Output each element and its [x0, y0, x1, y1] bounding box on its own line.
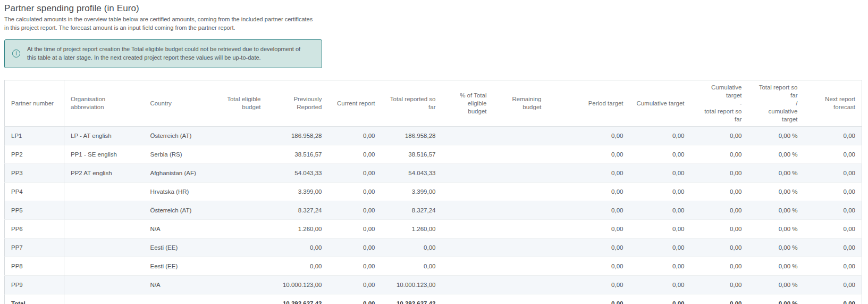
table-body: LP1LP - AT englishÖsterreich (AT)186.958… [5, 127, 862, 294]
cell-previously-reported: 0,00 [267, 257, 328, 276]
cell-partner-number: PP5 [5, 201, 64, 220]
cell-total-report-so-far-over-cumulative-target: 0,00 % [748, 145, 804, 164]
header-cell-period-target: Period target [548, 80, 630, 127]
cell-previously-reported: 3.399,00 [267, 183, 328, 201]
cell-total-reported-so-far: 38.516,57 [382, 145, 442, 164]
cell-period-target: 0,00 [548, 201, 630, 220]
cell-pct-of-total-eligible-budget [442, 183, 493, 201]
cell-country: N/A [144, 276, 210, 294]
cell-total-report-so-far-over-cumulative-target: 0,00 % [748, 183, 804, 201]
cell-organisation-abbreviation: PP1 - SE english [64, 145, 144, 164]
cell-cumulative-target-minus-total-report-so-far: 0,00 [691, 276, 748, 294]
cell-total-report-so-far-over-cumulative-target: 0,00 % [748, 164, 804, 183]
cell-partner-number: PP2 [5, 145, 64, 164]
cell-current-report: 0,00 [328, 257, 382, 276]
table-footer: Total10.292.627,420,0010.292.627,420,000… [5, 294, 862, 304]
header-cell-country: Country [144, 80, 210, 127]
cell-total-eligible-budget [210, 164, 267, 183]
cell-pct-of-total-eligible-budget [442, 145, 493, 164]
cell-next-report-forecast: 0,00 [804, 239, 862, 257]
table-row: PP2PP1 - SE englishSerbia (RS)38.516,570… [5, 145, 862, 164]
cell-cumulative-target-minus-total-report-so-far: 0,00 [691, 257, 748, 276]
cell-previously-reported: 10.000.123,00 [267, 276, 328, 294]
header-cell-cumulative-target-minus-total-report-so-far: Cumulative target - total report so far [691, 80, 748, 127]
cell-previously-reported: 38.516,57 [267, 145, 328, 164]
cell-partner-number: PP6 [5, 220, 64, 239]
partner-spending-table: Partner numberOrganisation abbreviationC… [4, 80, 862, 304]
cell-next-report-forecast: 0,00 [804, 220, 862, 239]
cell-previously-reported: 10.292.627,42 [267, 294, 328, 304]
cell-total-reported-so-far: 3.399,00 [382, 183, 442, 201]
cell-pct-of-total-eligible-budget [442, 239, 493, 257]
table-row: LP1LP - AT englishÖsterreich (AT)186.958… [5, 127, 862, 145]
header-cell-total-reported-so-far: Total reported so far [382, 80, 442, 127]
table-row: PP7Eesti (EE)0,000,000,000,000,000,000,0… [5, 239, 862, 257]
cell-remaining-budget [493, 127, 548, 145]
cell-cumulative-target-minus-total-report-so-far: 0,00 [691, 294, 748, 304]
cell-cumulative-target: 0,00 [630, 164, 691, 183]
cell-total-report-so-far-over-cumulative-target: 0,00 % [748, 257, 804, 276]
cell-cumulative-target-minus-total-report-so-far: 0,00 [691, 220, 748, 239]
cell-total-reported-so-far: 54.043,33 [382, 164, 442, 183]
cell-total-reported-so-far: 0,00 [382, 239, 442, 257]
cell-partner-number: PP7 [5, 239, 64, 257]
cell-remaining-budget [493, 183, 548, 201]
cell-organisation-abbreviation [64, 257, 144, 276]
cell-partner-number: PP8 [5, 257, 64, 276]
cell-cumulative-target: 0,00 [630, 145, 691, 164]
header-cell-total-report-so-far-over-cumulative-target: Total report so far / cumulative target [748, 80, 804, 127]
cell-next-report-forecast: 0,00 [804, 145, 862, 164]
cell-total-eligible-budget [210, 127, 267, 145]
cell-country: Eesti (EE) [144, 257, 210, 276]
cell-next-report-forecast: 0,00 [804, 294, 862, 304]
table-header-row: Partner numberOrganisation abbreviationC… [5, 80, 862, 127]
cell-period-target: 0,00 [548, 127, 630, 145]
header-cell-total-eligible-budget: Total eligible budget [210, 80, 267, 127]
cell-pct-of-total-eligible-budget [442, 127, 493, 145]
partner-spending-profile-page: Partner spending profile (in Euro) The c… [0, 0, 868, 304]
cell-cumulative-target: 0,00 [630, 220, 691, 239]
cell-current-report: 0,00 [328, 294, 382, 304]
cell-cumulative-target: 0,00 [630, 201, 691, 220]
cell-current-report: 0,00 [328, 276, 382, 294]
cell-cumulative-target-minus-total-report-so-far: 0,00 [691, 145, 748, 164]
cell-partner-number: Total [5, 294, 64, 304]
cell-total-reported-so-far: 10.292.627,42 [382, 294, 442, 304]
cell-partner-number: LP1 [5, 127, 64, 145]
cell-country: Hrvatska (HR) [144, 183, 210, 201]
cell-remaining-budget [493, 294, 548, 304]
cell-total-reported-so-far: 0,00 [382, 257, 442, 276]
cell-country [144, 294, 210, 304]
cell-total-report-so-far-over-cumulative-target: 0,00 % [748, 201, 804, 220]
cell-organisation-abbreviation [64, 276, 144, 294]
page-description: The calculated amounts in the overview t… [4, 15, 317, 32]
cell-cumulative-target: 0,00 [630, 239, 691, 257]
header-cell-next-report-forecast: Next report forecast [804, 80, 862, 127]
cell-pct-of-total-eligible-budget [442, 276, 493, 294]
cell-organisation-abbreviation [64, 239, 144, 257]
cell-period-target: 0,00 [548, 294, 630, 304]
cell-current-report: 0,00 [328, 183, 382, 201]
header-cell-remaining-budget: Remaining budget [493, 80, 548, 127]
cell-country: Österreich (AT) [144, 127, 210, 145]
cell-pct-of-total-eligible-budget [442, 294, 493, 304]
cell-previously-reported: 54.043,33 [267, 164, 328, 183]
cell-period-target: 0,00 [548, 183, 630, 201]
cell-partner-number: PP9 [5, 276, 64, 294]
cell-period-target: 0,00 [548, 276, 630, 294]
cell-current-report: 0,00 [328, 201, 382, 220]
cell-remaining-budget [493, 239, 548, 257]
table-header: Partner numberOrganisation abbreviationC… [5, 80, 862, 127]
cell-remaining-budget [493, 201, 548, 220]
cell-current-report: 0,00 [328, 127, 382, 145]
cell-total-report-so-far-over-cumulative-target: 0,00 % [748, 276, 804, 294]
cell-total-report-so-far-over-cumulative-target: 0,00 % [748, 127, 804, 145]
cell-cumulative-target-minus-total-report-so-far: 0,00 [691, 201, 748, 220]
cell-remaining-budget [493, 276, 548, 294]
cell-period-target: 0,00 [548, 257, 630, 276]
cell-total-eligible-budget [210, 294, 267, 304]
cell-total-eligible-budget [210, 239, 267, 257]
table-row: PP4Hrvatska (HR)3.399,000,003.399,000,00… [5, 183, 862, 201]
cell-cumulative-target-minus-total-report-so-far: 0,00 [691, 164, 748, 183]
info-icon: i [12, 50, 20, 57]
